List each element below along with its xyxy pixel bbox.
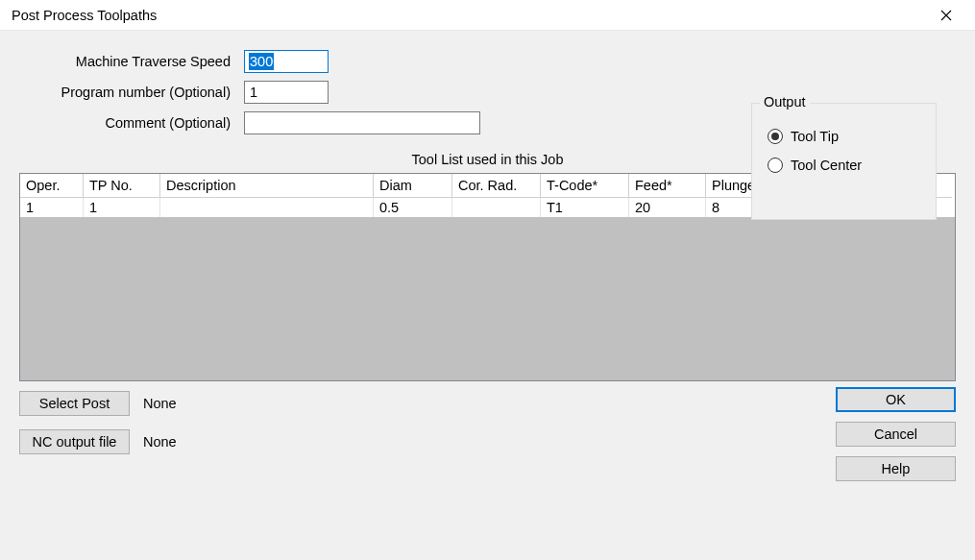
ok-button[interactable]: OK xyxy=(836,387,956,412)
radio-tool-tip[interactable]: Tool Tip xyxy=(768,129,924,144)
close-icon xyxy=(940,10,952,21)
select-post-value: None xyxy=(143,396,177,411)
col-diam[interactable]: Diam xyxy=(374,174,452,198)
output-legend: Output xyxy=(760,94,810,110)
nc-output-file-value: None xyxy=(143,434,177,450)
cell-diam: 0.5 xyxy=(374,198,452,217)
radio-icon xyxy=(768,129,783,144)
cell-corrad xyxy=(452,198,541,217)
col-tpno[interactable]: TP No. xyxy=(84,174,160,198)
cell-desc xyxy=(160,198,374,217)
nc-output-file-button[interactable]: NC output file xyxy=(19,429,130,454)
program-number-label: Program number (Optional) xyxy=(19,85,244,100)
titlebar: Post Process Toolpaths xyxy=(0,0,975,31)
comment-label: Comment (Optional) xyxy=(19,115,244,131)
col-feed[interactable]: Feed* xyxy=(629,174,706,198)
grid-empty-area xyxy=(20,217,955,376)
cell-tpno: 1 xyxy=(84,198,160,217)
select-post-button[interactable]: Select Post xyxy=(19,391,130,416)
col-corrad[interactable]: Cor. Rad. xyxy=(452,174,541,198)
radio-tool-tip-label: Tool Tip xyxy=(791,129,839,144)
tool-list-caption: Tool List used in this Job xyxy=(19,152,956,167)
traverse-speed-input[interactable]: 300 xyxy=(244,50,329,73)
comment-input[interactable] xyxy=(244,111,480,134)
window-title: Post Process Toolpaths xyxy=(12,8,157,23)
traverse-speed-label: Machine Traverse Speed xyxy=(19,54,244,69)
cell-oper: 1 xyxy=(20,198,84,217)
col-desc[interactable]: Description xyxy=(160,174,374,198)
col-oper[interactable]: Oper. xyxy=(20,174,84,198)
help-button[interactable]: Help xyxy=(836,456,956,481)
cell-tcode: T1 xyxy=(541,198,629,217)
cell-feed: 20 xyxy=(629,198,706,217)
col-tcode[interactable]: T-Code* xyxy=(541,174,629,198)
close-button[interactable] xyxy=(927,2,965,29)
program-number-input[interactable] xyxy=(244,81,329,104)
traverse-speed-value: 300 xyxy=(249,53,274,70)
cancel-button[interactable]: Cancel xyxy=(836,422,956,447)
